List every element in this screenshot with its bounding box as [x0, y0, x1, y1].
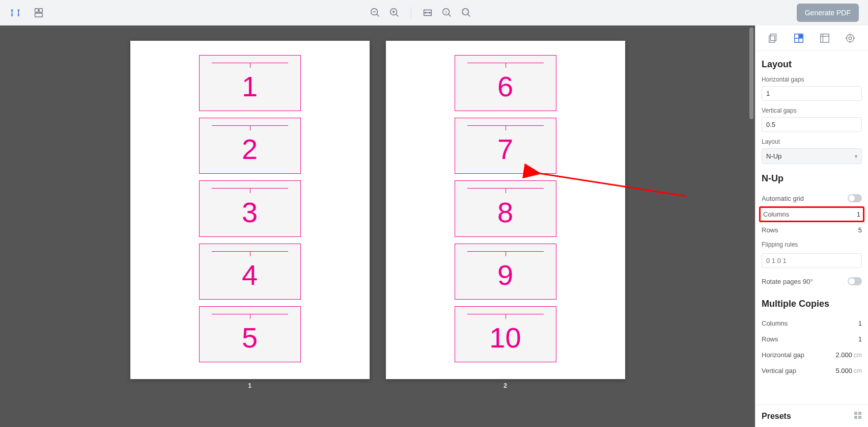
layout-section-title: Layout: [762, 59, 862, 70]
rotate-label: Rotate pages 90°: [762, 278, 813, 285]
auto-grid-toggle[interactable]: [848, 194, 862, 202]
card: 9: [455, 244, 556, 300]
unit: cm: [854, 352, 862, 359]
sheet-label: 2: [386, 382, 625, 389]
zoom-actual-icon[interactable]: 1: [441, 7, 453, 19]
layout-mode-select[interactable]: N-Up ▾: [762, 148, 862, 164]
svg-rect-22: [799, 34, 802, 37]
nup-columns-value: 1: [857, 210, 860, 218]
nup-section-title: N-Up: [762, 173, 862, 184]
svg-line-4: [377, 14, 379, 17]
card: 4: [199, 244, 301, 300]
zoom-fit-icon[interactable]: [460, 7, 472, 19]
presets-grid-icon[interactable]: [854, 411, 862, 421]
card: 7: [455, 118, 556, 174]
preview-sheet-2: 6 7 8 9 10 2: [386, 41, 625, 379]
side-panel: Layout Horizontal gaps Vertical gaps Lay…: [755, 25, 868, 427]
svg-rect-34: [854, 416, 857, 419]
zoom-out-icon[interactable]: [369, 7, 381, 19]
card-number: 2: [242, 135, 258, 164]
card: 5: [199, 306, 301, 362]
card-number: 8: [497, 198, 513, 227]
card-number: 6: [497, 72, 513, 101]
card: 10: [455, 306, 556, 362]
card: 8: [455, 180, 556, 236]
top-toolbar: 1 Generate PDF: [0, 0, 868, 25]
svg-rect-33: [858, 412, 861, 415]
chevron-down-icon: ▾: [855, 153, 857, 159]
tab-layout-icon[interactable]: [792, 32, 805, 45]
layout-mode-value: N-Up: [766, 152, 781, 160]
toolbar-right: Generate PDF: [797, 4, 859, 22]
card: 1: [199, 55, 301, 111]
svg-line-7: [396, 14, 399, 17]
card: 2: [199, 118, 301, 174]
card-number: 7: [497, 135, 513, 164]
toolbar-left: [9, 7, 45, 19]
workarea: 1 2 3 4 5 1 6 7 8 9 10 2: [0, 25, 868, 427]
unit: cm: [854, 367, 862, 375]
toolbar-center: 1: [50, 7, 792, 19]
svg-rect-2: [35, 13, 43, 17]
tab-margins-icon[interactable]: [818, 32, 831, 45]
vgaps-label: Vertical gaps: [762, 107, 862, 114]
card-number: 3: [242, 198, 258, 227]
card-number: 9: [497, 261, 513, 289]
multi-rows-value: 1: [858, 335, 862, 343]
zoom-in-icon[interactable]: [388, 7, 401, 19]
separator: [411, 7, 411, 18]
svg-rect-32: [854, 412, 857, 415]
scrollbar[interactable]: [749, 28, 753, 119]
multi-hgap-label: Horizontal gap: [762, 351, 804, 359]
multi-vgap-label: Vertical gap: [762, 367, 796, 375]
nup-columns-row[interactable]: Columns 1: [759, 206, 864, 222]
auto-grid-label: Automatic grid: [762, 195, 804, 202]
tab-marks-icon[interactable]: [844, 32, 857, 45]
fit-width-icon[interactable]: [422, 7, 434, 19]
svg-rect-18: [769, 36, 775, 42]
card: 3: [199, 180, 301, 236]
hgaps-input[interactable]: [762, 86, 862, 101]
svg-point-27: [849, 37, 852, 40]
svg-rect-17: [771, 34, 776, 40]
svg-rect-0: [35, 9, 38, 12]
tab-pages-icon[interactable]: [767, 32, 780, 45]
multi-section-title: Multiple Copies: [762, 299, 862, 309]
svg-text:1: 1: [445, 10, 447, 14]
nup-rows-value: 5: [858, 226, 862, 234]
card: 6: [455, 55, 556, 111]
rotate-row: Rotate pages 90°: [762, 273, 862, 289]
svg-line-12: [449, 14, 451, 17]
card-number: 10: [489, 324, 521, 352]
panel-footer: Presets: [755, 405, 868, 427]
nup-rows-row[interactable]: Rows 5: [762, 222, 862, 238]
sheet-label: 1: [130, 382, 370, 389]
multi-columns-value: 1: [858, 319, 862, 327]
multi-vgap-value: 5.000: [835, 367, 852, 375]
svg-point-26: [847, 34, 854, 42]
card-number: 5: [242, 324, 258, 352]
multi-rows-label: Rows: [762, 335, 778, 343]
multi-hgap-row[interactable]: Horizontal gap 2.000cm: [762, 347, 862, 363]
preview-canvas[interactable]: 1 2 3 4 5 1 6 7 8 9 10 2: [0, 25, 755, 427]
hgaps-label: Horizontal gaps: [762, 76, 862, 83]
multi-columns-label: Columns: [762, 319, 788, 327]
svg-rect-23: [820, 34, 829, 42]
cut-marks-icon[interactable]: [9, 7, 21, 19]
multi-rows-row[interactable]: Rows 1: [762, 331, 862, 347]
svg-rect-35: [858, 416, 861, 419]
nup-rows-label: Rows: [762, 226, 778, 234]
multi-columns-row[interactable]: Columns 1: [762, 315, 862, 331]
flip-input[interactable]: [762, 253, 862, 268]
generate-pdf-button[interactable]: Generate PDF: [797, 4, 859, 22]
multi-vgap-row[interactable]: Vertical gap 5.000cm: [762, 363, 862, 379]
rotate-toggle[interactable]: [848, 277, 862, 285]
imposition-icon[interactable]: [33, 7, 45, 19]
preview-sheet-1: 1 2 3 4 5 1: [130, 41, 370, 379]
panel-tabs: [755, 25, 868, 51]
card-number: 4: [242, 261, 258, 289]
svg-rect-1: [39, 9, 42, 12]
svg-line-15: [468, 14, 470, 17]
flip-label: Flipping rules: [762, 241, 862, 248]
vgaps-input[interactable]: [762, 117, 862, 132]
